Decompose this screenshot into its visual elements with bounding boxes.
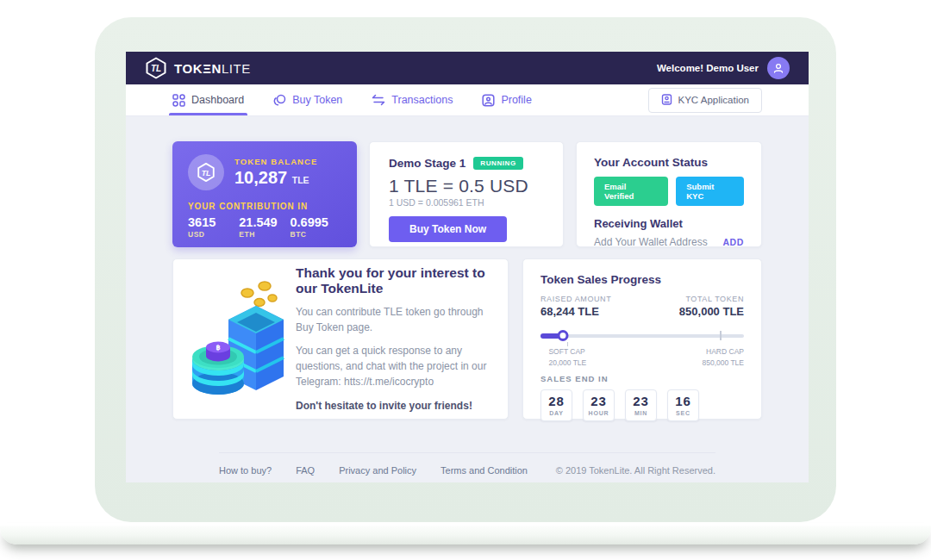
nav-bar: Dashboard Buy Token Tran [126,84,809,116]
buy-token-now-button[interactable]: Buy Token Now [389,216,507,242]
countdown-min: 23 MIN [625,389,657,421]
raised-amount-stat: RAISED AMOUNT 68,244 TLE [540,295,611,318]
svg-text:TL: TL [202,169,211,177]
footer-link-faq[interactable]: FAQ [296,465,315,476]
receiving-wallet-title: Receiving Wallet [594,217,744,230]
countdown-sec: 16 SEC [667,389,699,421]
running-status-badge: RUNNING [473,157,523,170]
countdown-hour: 23 HOUR [583,389,615,421]
brand-name: TOKΞNLITE [174,61,251,76]
tokenlite-hexagon-icon: TL [196,162,216,183]
brand-logo[interactable]: TL TOKΞNLITE [145,57,251,79]
countdown-day: 28 DAY [540,389,572,421]
thanks-paragraph-3: Don't hesitate to invite your friends! [296,398,489,414]
nav-item-dashboard[interactable]: Dashboard [172,84,244,115]
contribution-eth: 21.549 ETH [239,215,290,239]
thanks-title: Thank you for your interest to our Token… [296,265,489,296]
coins-illustration: ฿ [185,273,287,406]
profile-icon [482,94,495,107]
progress-track [540,334,744,338]
main-content: TL TOKEN BALANCE 10,287 TLE YOUR CONTRIB… [126,116,809,482]
token-logo-badge: TL [188,154,224,190]
kyc-application-button[interactable]: KYC Application [648,88,762,113]
token-sales-progress-card: Token Sales Progress RAISED AMOUNT 68,24… [522,258,762,420]
sales-end-label: SALES END IN [540,374,744,383]
welcome-text: Welcome! Demo User [657,63,759,73]
sales-countdown: 28 DAY 23 HOUR 23 MIN 16 SEC [540,389,744,421]
token-stage-card: Demo Stage 1 RUNNING 1 TLE = 0.5 USD 1 U… [369,141,564,247]
person-icon [772,62,784,74]
user-menu[interactable]: Welcome! Demo User [657,57,790,79]
token-rate: 1 TLE = 0.5 USD [389,176,544,196]
footer-link-terms[interactable]: Terms and Condition [441,465,528,476]
submit-kyc-badge[interactable]: Submit KYC [676,177,744,206]
stage-title: Demo Stage 1 [389,157,466,170]
sales-progress-bar [540,330,744,342]
tokenlite-hexagon-icon: TL [145,57,167,79]
contribution-btc: 0.6995 BTC [291,215,341,239]
progress-knob[interactable] [557,330,568,341]
contribution-usd: 3615 USD [188,215,239,239]
laptop-base [0,523,931,544]
nav-item-buy-token[interactable]: Buy Token [273,84,342,115]
total-token-stat: TOTAL TOKEN 850,000 TLE [679,295,744,318]
add-wallet-link[interactable]: ADD [722,237,744,247]
hard-cap-label: HARD CAP 850,000 TLE [702,346,744,369]
kyc-doc-icon [661,94,672,107]
dashboard-icon [172,94,185,107]
transactions-icon [372,94,385,106]
balance-amount: 10,287 TLE [234,168,317,188]
token-rate-eth: 1 USD = 0.005961 ETH [389,197,544,208]
nav-item-profile[interactable]: Profile [482,84,531,115]
wallet-address-hint: Add Your Wallet Address [594,236,708,248]
welcome-message-card: ฿ Thank you for your interest to our Tok… [172,258,509,420]
bitcoin-symbol: ฿ [216,344,220,352]
buy-token-icon [273,94,286,107]
copyright-text: © 2019 TokenLite. All Right Reserved. [556,465,715,476]
thanks-paragraph-1: You can contribute TLE token go through … [296,304,489,335]
footer-link-how-to-buy[interactable]: How to buy? [219,465,272,476]
footer-link-privacy[interactable]: Privacy and Policy [339,465,416,476]
balance-label: TOKEN BALANCE [234,157,317,166]
thanks-paragraph-2: You can get a quick response to any ques… [296,343,489,389]
nav-item-transactions[interactable]: Transactions [372,84,453,115]
account-status-card: Your Account Status Email Verified Submi… [576,141,762,247]
svg-text:TL: TL [151,64,161,73]
app-header: TL TOKΞNLITE Welcome! Demo User [126,52,809,84]
account-status-title: Your Account Status [594,156,744,169]
contribution-label: YOUR CONTRIBUTION IN [188,202,341,211]
token-balance-card: TL TOKEN BALANCE 10,287 TLE YOUR CONTRIB… [172,141,357,247]
avatar[interactable] [767,57,790,79]
soft-cap-label: SOFT CAP 20,000 TLE [548,346,586,369]
hard-cap-tick [720,331,722,340]
screen-footer: How to buy? FAQ Privacy and Policy Terms… [219,452,715,482]
dashboard-screen: TL TOKΞNLITE Welcome! Demo User [126,52,809,482]
sales-progress-title: Token Sales Progress [540,273,744,286]
email-verified-badge[interactable]: Email Verified [594,177,668,206]
